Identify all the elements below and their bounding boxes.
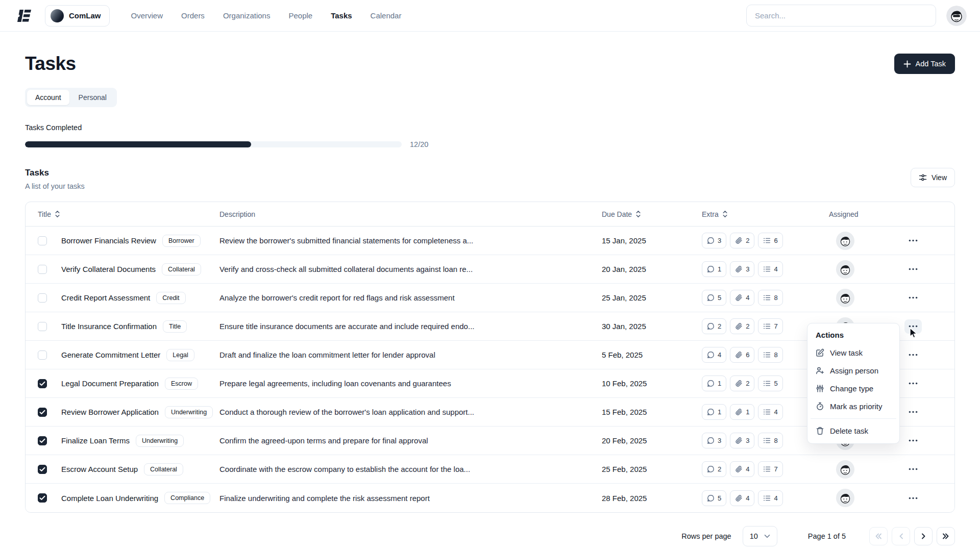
first-page-button[interactable] (869, 527, 888, 545)
ellipsis-icon (909, 497, 918, 499)
attachments-count: 3 (746, 437, 749, 444)
comments-badge[interactable]: 4 (702, 347, 726, 363)
task-description: Coordinate with the escrow company to es… (219, 465, 602, 473)
comments-badge[interactable]: 5 (702, 290, 726, 306)
table-row: Complete Loan Underwriting Compliance Fi… (26, 484, 954, 512)
comments-badge[interactable]: 1 (702, 375, 726, 391)
subtasks-badge[interactable]: 5 (758, 375, 782, 391)
ellipsis-icon (909, 296, 918, 299)
menu-item-delete-task[interactable]: Delete task (811, 422, 896, 440)
assignee-avatar (836, 489, 897, 507)
user-avatar[interactable] (946, 6, 967, 26)
row-actions-button[interactable] (904, 319, 922, 334)
ellipsis-icon (909, 268, 918, 270)
task-checkbox[interactable] (38, 322, 47, 331)
comments-badge[interactable]: 3 (702, 433, 726, 448)
attachments-badge[interactable]: 2 (730, 318, 754, 334)
task-checkbox[interactable] (38, 408, 47, 417)
task-checkbox[interactable] (38, 236, 47, 245)
row-actions-button[interactable] (904, 434, 922, 448)
row-actions-button[interactable] (904, 377, 922, 391)
task-description: Draft and finalize the loan commitment l… (219, 350, 602, 359)
menu-item-view-task[interactable]: View task (811, 344, 896, 362)
section-subtitle: A list of your tasks (25, 182, 85, 190)
task-type-badge: Collateral (162, 263, 201, 276)
subtasks-badge[interactable]: 8 (758, 290, 782, 306)
comments-badge[interactable]: 2 (702, 318, 726, 334)
view-button[interactable]: View (911, 168, 955, 187)
menu-item-change-type[interactable]: Change type (811, 380, 896, 397)
nav-item-people[interactable]: People (288, 11, 312, 20)
row-actions-button[interactable] (904, 491, 922, 505)
attachments-badge[interactable]: 1 (730, 404, 754, 420)
add-task-button[interactable]: Add Task (894, 54, 955, 74)
table-row: Verify Collateral Documents Collateral V… (26, 255, 954, 284)
task-description: Conduct a thorough review of the borrowe… (219, 408, 602, 416)
row-actions-button[interactable] (904, 405, 922, 419)
subtasks-badge[interactable]: 4 (758, 404, 782, 420)
section-title: Tasks (25, 168, 85, 178)
rows-per-page-select[interactable]: 10 (743, 526, 777, 546)
menu-divider (811, 418, 896, 419)
comments-badge[interactable]: 1 (702, 261, 726, 277)
menu-item-assign-person[interactable]: Assign person (811, 362, 896, 380)
actions-dropdown-menu: Actions View task Assign person Change (807, 323, 900, 444)
nav-item-orders[interactable]: Orders (181, 11, 205, 20)
brand-button[interactable]: ComLaw (45, 5, 110, 27)
comments-badge[interactable]: 3 (702, 233, 726, 248)
subtasks-badge[interactable]: 7 (758, 461, 782, 477)
row-actions-button[interactable] (904, 462, 922, 477)
last-page-button[interactable] (937, 527, 955, 545)
attachments-count: 4 (746, 494, 749, 502)
nav-item-organizations[interactable]: Organizations (223, 11, 271, 20)
task-type-badge: Title (163, 320, 187, 333)
task-checkbox[interactable] (38, 293, 47, 303)
task-checkbox[interactable] (38, 465, 47, 474)
attachments-badge[interactable]: 2 (730, 233, 754, 248)
subtasks-badge[interactable]: 4 (758, 490, 782, 506)
comments-badge[interactable]: 2 (702, 461, 726, 477)
attachments-badge[interactable]: 4 (730, 490, 754, 506)
paperclip-icon (735, 294, 743, 302)
task-checkbox[interactable] (38, 493, 47, 503)
comments-badge[interactable]: 1 (702, 404, 726, 420)
attachments-badge[interactable]: 2 (730, 375, 754, 391)
comment-icon (707, 265, 715, 273)
attachments-badge[interactable]: 3 (730, 433, 754, 448)
row-actions-button[interactable] (904, 348, 922, 362)
comments-badge[interactable]: 5 (702, 490, 726, 506)
comments-count: 2 (718, 465, 721, 473)
nav-item-calendar[interactable]: Calendar (371, 11, 402, 20)
menu-item-mark-as-priority[interactable]: Mark as priority (811, 397, 896, 415)
next-page-button[interactable] (914, 527, 933, 545)
row-actions-button[interactable] (904, 262, 922, 277)
nav-item-tasks[interactable]: Tasks (331, 11, 352, 20)
column-header-title[interactable]: Title (38, 210, 219, 218)
nav-item-overview[interactable]: Overview (131, 11, 163, 20)
subtasks-badge[interactable]: 6 (758, 233, 782, 248)
row-actions-button[interactable] (904, 234, 922, 248)
attachments-count: 4 (746, 294, 749, 302)
attachments-badge[interactable]: 3 (730, 261, 754, 277)
subtasks-badge[interactable]: 7 (758, 318, 782, 334)
subtasks-badge[interactable]: 8 (758, 433, 782, 448)
subtasks-badge[interactable]: 4 (758, 261, 782, 277)
table-row: Escrow Account Setup Collateral Coordina… (26, 455, 954, 484)
attachments-badge[interactable]: 4 (730, 290, 754, 306)
attachments-badge[interactable]: 6 (730, 347, 754, 363)
ellipsis-icon (909, 325, 918, 328)
tab-personal[interactable]: Personal (70, 90, 115, 105)
task-checkbox[interactable] (38, 436, 47, 445)
tab-account[interactable]: Account (27, 90, 69, 105)
attachments-badge[interactable]: 4 (730, 461, 754, 477)
subtasks-badge[interactable]: 8 (758, 347, 782, 363)
previous-page-button[interactable] (892, 527, 910, 545)
column-header-due-date[interactable]: Due Date (602, 210, 702, 218)
search-input[interactable] (746, 5, 936, 27)
task-checkbox[interactable] (38, 265, 47, 274)
column-header-extra[interactable]: Extra (702, 210, 817, 218)
task-description: Review the borrower's submitted financia… (219, 236, 602, 245)
task-checkbox[interactable] (38, 350, 47, 360)
task-checkbox[interactable] (38, 379, 47, 388)
row-actions-button[interactable] (904, 291, 922, 305)
